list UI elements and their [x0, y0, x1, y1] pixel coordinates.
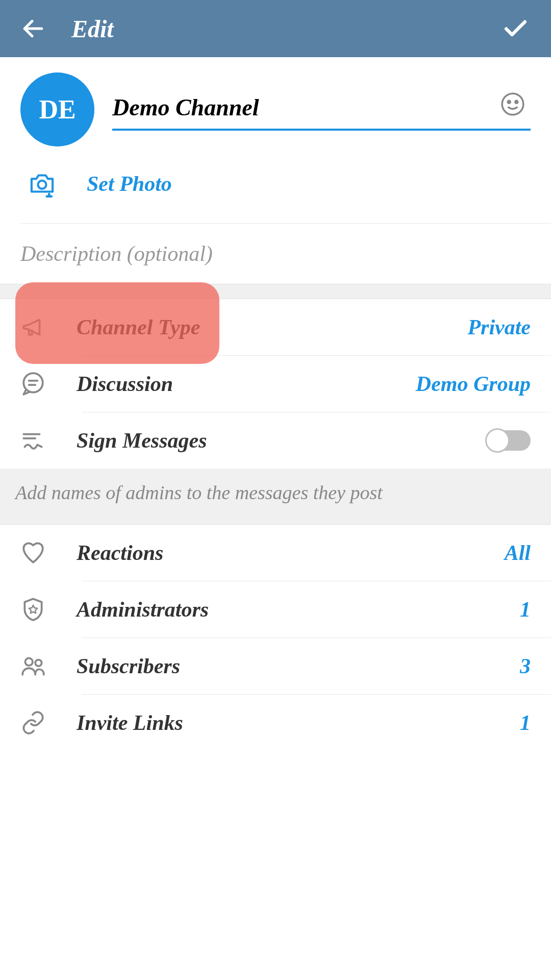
- people-icon: [20, 653, 46, 679]
- svg-point-3: [515, 101, 518, 103]
- sign-messages-label: Sign Messages: [77, 428, 487, 453]
- sign-messages-row: Sign Messages: [0, 412, 551, 469]
- administrators-row[interactable]: Administrators 1: [0, 581, 551, 638]
- camera-icon: [28, 169, 56, 198]
- heart-icon: [20, 540, 46, 566]
- sign-messages-toggle[interactable]: [487, 430, 531, 451]
- discussion-row[interactable]: Discussion Demo Group: [0, 356, 551, 412]
- link-icon: [20, 710, 46, 736]
- arrow-left-icon: [20, 16, 46, 41]
- subscribers-row[interactable]: Subscribers 3: [0, 638, 551, 694]
- discussion-label: Discussion: [77, 372, 416, 396]
- invite-links-label: Invite Links: [77, 710, 520, 735]
- svg-point-12: [25, 658, 33, 666]
- reactions-label: Reactions: [77, 541, 505, 565]
- channel-type-value: Private: [467, 315, 531, 339]
- administrators-label: Administrators: [77, 597, 520, 622]
- administrators-value: 1: [520, 597, 531, 622]
- svg-point-1: [502, 93, 523, 115]
- profile-section: DE Set Photo: [0, 57, 551, 223]
- invite-links-row[interactable]: Invite Links 1: [0, 695, 551, 751]
- chat-icon: [20, 371, 46, 397]
- avatar[interactable]: DE: [20, 72, 94, 146]
- reactions-value: All: [505, 541, 531, 565]
- confirm-button[interactable]: [500, 13, 531, 44]
- signature-icon: [20, 428, 46, 453]
- emoji-button[interactable]: [500, 91, 525, 117]
- shield-star-icon: [20, 597, 46, 622]
- subscribers-label: Subscribers: [77, 654, 520, 678]
- svg-point-7: [23, 373, 43, 393]
- channel-type-row[interactable]: Channel Type Private: [0, 299, 551, 355]
- header: Edit: [0, 0, 551, 57]
- description-section[interactable]: Description (optional): [0, 224, 551, 284]
- page-title: Edit: [71, 15, 500, 43]
- smiley-icon: [500, 91, 525, 117]
- invite-links-value: 1: [520, 710, 531, 735]
- sign-messages-footer: Add names of admins to the messages they…: [0, 469, 551, 525]
- back-button[interactable]: [20, 16, 46, 41]
- reactions-row[interactable]: Reactions All: [0, 525, 551, 581]
- channel-type-label: Channel Type: [77, 315, 467, 339]
- svg-point-4: [38, 181, 46, 189]
- set-photo-label: Set Photo: [87, 172, 172, 196]
- svg-point-2: [508, 101, 510, 103]
- check-icon: [502, 15, 530, 43]
- description-placeholder: Description (optional): [20, 241, 531, 266]
- megaphone-icon: [20, 314, 46, 340]
- svg-point-13: [35, 660, 42, 667]
- discussion-value: Demo Group: [416, 372, 531, 396]
- channel-name-input[interactable]: [112, 89, 531, 131]
- set-photo-button[interactable]: Set Photo: [20, 169, 531, 208]
- subscribers-value: 3: [520, 654, 531, 678]
